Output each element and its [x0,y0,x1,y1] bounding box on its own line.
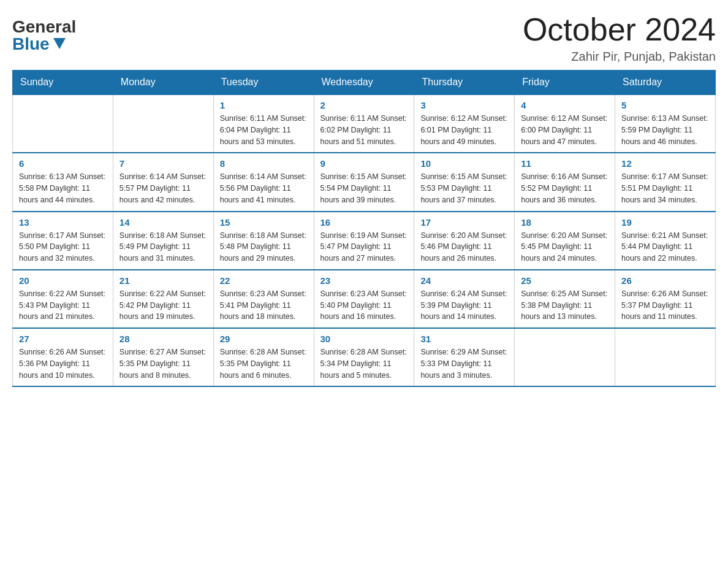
day-info: Sunrise: 6:20 AM Sunset: 5:46 PM Dayligh… [420,230,508,264]
week-row-4: 20Sunrise: 6:22 AM Sunset: 5:43 PM Dayli… [13,270,716,328]
day-number: 29 [220,334,308,344]
day-info: Sunrise: 6:23 AM Sunset: 5:41 PM Dayligh… [220,288,308,323]
day-number: 25 [521,275,609,286]
day-number: 28 [119,334,207,344]
weekday-header-monday: Monday [113,71,213,95]
location-label: Zahir Pir, Punjab, Pakistan [523,50,716,64]
day-number: 17 [420,217,508,228]
calendar-cell: 27Sunrise: 6:26 AM Sunset: 5:36 PM Dayli… [13,328,113,386]
day-number: 6 [19,158,107,169]
day-number: 31 [420,334,508,344]
day-info: Sunrise: 6:16 AM Sunset: 5:52 PM Dayligh… [521,171,609,205]
day-number: 15 [220,217,308,228]
day-info: Sunrise: 6:26 AM Sunset: 5:37 PM Dayligh… [621,288,709,323]
weekday-header-tuesday: Tuesday [213,71,314,95]
day-info: Sunrise: 6:20 AM Sunset: 5:45 PM Dayligh… [521,230,609,264]
calendar-cell: 7Sunrise: 6:14 AM Sunset: 5:57 PM Daylig… [113,153,213,211]
day-number: 24 [420,275,508,286]
day-number: 3 [420,100,508,110]
day-info: Sunrise: 6:18 AM Sunset: 5:49 PM Dayligh… [119,230,207,264]
calendar-cell: 5Sunrise: 6:13 AM Sunset: 5:59 PM Daylig… [615,94,716,153]
day-number: 10 [420,158,508,169]
day-info: Sunrise: 6:28 AM Sunset: 5:34 PM Dayligh… [320,347,408,381]
day-number: 1 [220,100,308,110]
day-info: Sunrise: 6:12 AM Sunset: 6:00 PM Dayligh… [521,113,609,147]
calendar-cell [515,328,615,386]
calendar-cell: 10Sunrise: 6:15 AM Sunset: 5:53 PM Dayli… [414,153,515,211]
weekday-header-thursday: Thursday [414,71,515,95]
logo-general-text: General [12,18,76,36]
calendar-cell: 16Sunrise: 6:19 AM Sunset: 5:47 PM Dayli… [314,212,414,270]
weekday-header-saturday: Saturday [615,71,716,95]
calendar-cell: 4Sunrise: 6:12 AM Sunset: 6:00 PM Daylig… [515,94,615,153]
day-info: Sunrise: 6:11 AM Sunset: 6:04 PM Dayligh… [220,113,308,147]
day-number: 23 [320,275,408,286]
calendar-cell: 18Sunrise: 6:20 AM Sunset: 5:45 PM Dayli… [515,212,615,270]
calendar-cell: 31Sunrise: 6:29 AM Sunset: 5:33 PM Dayli… [414,328,515,386]
calendar-cell: 28Sunrise: 6:27 AM Sunset: 5:35 PM Dayli… [113,328,213,386]
day-info: Sunrise: 6:18 AM Sunset: 5:48 PM Dayligh… [220,230,308,264]
day-info: Sunrise: 6:28 AM Sunset: 5:35 PM Dayligh… [220,347,308,381]
day-number: 20 [19,275,107,286]
calendar-cell: 21Sunrise: 6:22 AM Sunset: 5:42 PM Dayli… [113,270,213,328]
day-number: 30 [320,334,408,344]
calendar-cell: 3Sunrise: 6:12 AM Sunset: 6:01 PM Daylig… [414,94,515,153]
day-number: 26 [621,275,709,286]
weekday-header-row: SundayMondayTuesdayWednesdayThursdayFrid… [13,71,716,95]
day-info: Sunrise: 6:24 AM Sunset: 5:39 PM Dayligh… [420,288,508,323]
month-title: October 2024 [523,12,716,47]
calendar-cell [615,328,716,386]
day-info: Sunrise: 6:25 AM Sunset: 5:38 PM Dayligh… [521,288,609,323]
day-number: 5 [621,100,709,110]
calendar-cell: 30Sunrise: 6:28 AM Sunset: 5:34 PM Dayli… [314,328,414,386]
day-number: 16 [320,217,408,228]
page-header: General Blue October 2024 Zahir Pir, Pun… [12,12,716,64]
week-row-2: 6Sunrise: 6:13 AM Sunset: 5:58 PM Daylig… [13,153,716,211]
calendar-cell: 23Sunrise: 6:23 AM Sunset: 5:40 PM Dayli… [314,270,414,328]
day-info: Sunrise: 6:22 AM Sunset: 5:43 PM Dayligh… [19,288,107,323]
day-number: 21 [119,275,207,286]
day-info: Sunrise: 6:14 AM Sunset: 5:56 PM Dayligh… [220,171,308,205]
day-number: 8 [220,158,308,169]
weekday-header-sunday: Sunday [13,71,113,95]
day-number: 11 [521,158,609,169]
day-info: Sunrise: 6:14 AM Sunset: 5:57 PM Dayligh… [119,171,207,205]
calendar-cell: 22Sunrise: 6:23 AM Sunset: 5:41 PM Dayli… [213,270,314,328]
day-number: 13 [19,217,107,228]
day-number: 9 [320,158,408,169]
calendar-cell: 24Sunrise: 6:24 AM Sunset: 5:39 PM Dayli… [414,270,515,328]
day-number: 18 [521,217,609,228]
day-info: Sunrise: 6:15 AM Sunset: 5:53 PM Dayligh… [420,171,508,205]
day-number: 7 [119,158,207,169]
calendar-cell: 26Sunrise: 6:26 AM Sunset: 5:37 PM Dayli… [615,270,716,328]
title-section: October 2024 Zahir Pir, Punjab, Pakistan [523,12,716,64]
day-number: 2 [320,100,408,110]
calendar-table: SundayMondayTuesdayWednesdayThursdayFrid… [12,70,716,387]
day-number: 22 [220,275,308,286]
calendar-cell: 6Sunrise: 6:13 AM Sunset: 5:58 PM Daylig… [13,153,113,211]
calendar-cell: 25Sunrise: 6:25 AM Sunset: 5:38 PM Dayli… [515,270,615,328]
calendar-cell: 15Sunrise: 6:18 AM Sunset: 5:48 PM Dayli… [213,212,314,270]
day-info: Sunrise: 6:21 AM Sunset: 5:44 PM Dayligh… [621,230,709,264]
day-info: Sunrise: 6:22 AM Sunset: 5:42 PM Dayligh… [119,288,207,323]
calendar-cell: 29Sunrise: 6:28 AM Sunset: 5:35 PM Dayli… [213,328,314,386]
weekday-header-friday: Friday [515,71,615,95]
calendar-cell: 11Sunrise: 6:16 AM Sunset: 5:52 PM Dayli… [515,153,615,211]
logo-triangle-icon [53,38,66,49]
day-info: Sunrise: 6:12 AM Sunset: 6:01 PM Dayligh… [420,113,508,147]
day-number: 27 [19,334,107,344]
day-info: Sunrise: 6:27 AM Sunset: 5:35 PM Dayligh… [119,347,207,381]
week-row-3: 13Sunrise: 6:17 AM Sunset: 5:50 PM Dayli… [13,212,716,270]
day-info: Sunrise: 6:26 AM Sunset: 5:36 PM Dayligh… [19,347,107,381]
calendar-cell: 1Sunrise: 6:11 AM Sunset: 6:04 PM Daylig… [213,94,314,153]
day-info: Sunrise: 6:17 AM Sunset: 5:51 PM Dayligh… [621,171,709,205]
calendar-cell: 12Sunrise: 6:17 AM Sunset: 5:51 PM Dayli… [615,153,716,211]
logo-blue-text: Blue [12,36,66,53]
day-info: Sunrise: 6:15 AM Sunset: 5:54 PM Dayligh… [320,171,408,205]
day-number: 12 [621,158,709,169]
calendar-cell: 9Sunrise: 6:15 AM Sunset: 5:54 PM Daylig… [314,153,414,211]
day-info: Sunrise: 6:19 AM Sunset: 5:47 PM Dayligh… [320,230,408,264]
weekday-header-wednesday: Wednesday [314,71,414,95]
calendar-cell [113,94,213,153]
day-info: Sunrise: 6:17 AM Sunset: 5:50 PM Dayligh… [19,230,107,264]
